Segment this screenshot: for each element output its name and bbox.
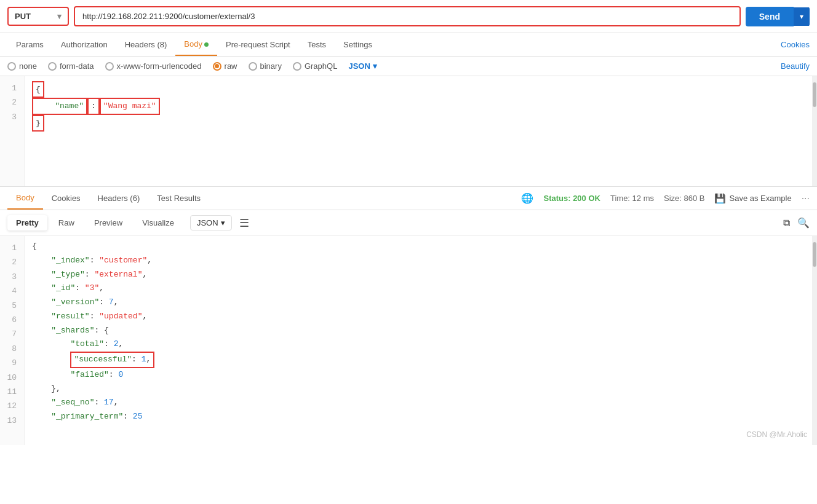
tab-tests[interactable]: Tests [299, 34, 335, 55]
radio-circle-binary [249, 62, 257, 71]
save-as-example-button[interactable]: 💾 Save as Example [714, 193, 791, 204]
resp-line-3: "_type": "external", [32, 268, 805, 282]
search-button[interactable]: 🔍 [797, 217, 810, 229]
resp-line-7: "_shards": { [32, 324, 805, 338]
radio-circle-graphql [293, 62, 301, 71]
body-type-bar: none form-data x-www-form-urlencoded raw… [0, 57, 817, 76]
tab-settings[interactable]: Settings [335, 34, 381, 55]
method-chevron-icon: ▾ [57, 12, 62, 21]
url-input[interactable] [74, 6, 741, 26]
tab-authorization[interactable]: Authorization [52, 34, 116, 55]
radio-form-data[interactable]: form-data [48, 61, 94, 71]
resp-format-bar: Pretty Raw Preview Visualize JSON ▾ ☰ ⧉ … [0, 210, 817, 236]
send-dropdown-button[interactable]: ▾ [794, 7, 810, 26]
resp-code-area[interactable]: { "_index": "customer", "_type": "extern… [25, 236, 812, 445]
radio-none[interactable]: none [7, 61, 37, 71]
resp-scrollbar[interactable] [812, 236, 817, 445]
resp-line-numbers: 12345678910111213 [0, 236, 25, 445]
watermark: CSDN @Mr.Aholic [746, 430, 807, 439]
tab-headers[interactable]: Headers (8) [116, 34, 176, 55]
resp-tab-cookies[interactable]: Cookies [43, 187, 89, 209]
send-main-button[interactable]: Send [746, 7, 794, 26]
wrap-lines-button[interactable]: ☰ [239, 216, 249, 230]
format-raw-button[interactable]: Raw [50, 215, 83, 230]
json-format-select[interactable]: JSON ▾ [348, 61, 377, 71]
radio-circle-none [7, 62, 16, 71]
resp-body: 12345678910111213 { "_index": "customer"… [0, 236, 817, 445]
resp-tab-body[interactable]: Body [7, 187, 43, 210]
more-options-button[interactable]: ··· [802, 193, 810, 204]
radio-binary[interactable]: binary [249, 61, 282, 71]
url-bar: PUT ▾ Send ▾ [0, 0, 817, 33]
radio-graphql[interactable]: GraphQL [293, 61, 337, 71]
resp-json-chevron-icon: ▾ [221, 218, 225, 227]
resp-line-1: { [32, 240, 805, 254]
resp-time: Time: 12 ms [610, 194, 654, 203]
method-label: PUT [15, 12, 31, 21]
resp-size: Size: 860 B [664, 194, 705, 203]
resp-line-13: "_primary_term": 25 [32, 410, 805, 424]
format-pretty-button[interactable]: Pretty [7, 215, 47, 230]
resp-line-11: }, [32, 382, 805, 396]
beautify-button[interactable]: Beautify [781, 61, 810, 71]
radio-circle-raw [213, 62, 221, 71]
radio-raw[interactable]: raw [213, 61, 237, 71]
resp-line-10: "failed": 0 [32, 368, 805, 382]
resp-line-8: "total": 2, [32, 337, 805, 352]
req-scrollbar[interactable] [812, 76, 817, 186]
req-line-1: { [32, 81, 805, 98]
tab-body[interactable]: Body [175, 33, 217, 56]
body-dot-icon [204, 42, 209, 47]
req-line-2: "name":"Wang mazi" [32, 98, 805, 114]
response-section: Body Cookies Headers (6) Test Results 🌐 … [0, 187, 817, 445]
response-tabs-bar: Body Cookies Headers (6) Test Results 🌐 … [0, 187, 817, 210]
resp-scrollbar-thumb [813, 242, 816, 267]
cookies-link[interactable]: Cookies [781, 40, 810, 49]
resp-status-bar: 🌐 Status: 200 OK Time: 12 ms Size: 860 B… [521, 192, 810, 204]
resp-line-5: "_version": 7, [32, 296, 805, 310]
globe-icon: 🌐 [521, 192, 533, 204]
resp-line-4: "_id": "3", [32, 282, 805, 296]
copy-button[interactable]: ⧉ [783, 218, 790, 229]
resp-line-9: "successful": 1, [32, 352, 805, 368]
resp-line-6: "result": "updated", [32, 310, 805, 324]
resp-status: Status: 200 OK [543, 194, 600, 203]
req-line-3: } [32, 115, 805, 132]
save-icon: 💾 [714, 193, 726, 204]
format-preview-button[interactable]: Preview [86, 215, 131, 230]
radio-circle-urlencoded [105, 62, 114, 71]
request-editor: 1 2 3 { "name":"Wang mazi" } [0, 76, 817, 187]
format-visualize-button[interactable]: Visualize [134, 215, 183, 230]
resp-tab-test-results[interactable]: Test Results [148, 187, 209, 209]
method-select[interactable]: PUT ▾ [7, 7, 69, 26]
resp-line-12: "_seq_no": 17, [32, 396, 805, 410]
send-button-group: Send ▾ [746, 7, 810, 26]
tab-params[interactable]: Params [7, 34, 52, 55]
tab-pre-request[interactable]: Pre-request Script [217, 34, 299, 55]
resp-line-2: "_index": "customer", [32, 254, 805, 268]
radio-urlencoded[interactable]: x-www-form-urlencoded [105, 61, 202, 71]
req-code-area[interactable]: { "name":"Wang mazi" } [25, 76, 812, 186]
req-scrollbar-thumb [813, 82, 816, 107]
resp-tab-headers[interactable]: Headers (6) [89, 187, 149, 209]
req-line-numbers: 1 2 3 [0, 76, 25, 186]
resp-json-select[interactable]: JSON ▾ [190, 215, 232, 230]
request-tabs: Params Authorization Headers (8) Body Pr… [0, 33, 817, 57]
radio-circle-form-data [48, 62, 57, 71]
json-chevron-icon: ▾ [373, 61, 377, 71]
